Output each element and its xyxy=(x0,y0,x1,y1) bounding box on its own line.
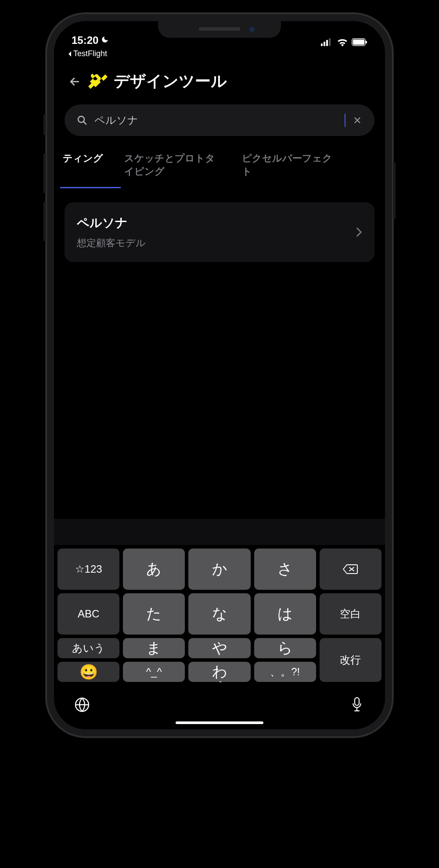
phone-frame: 15:20 xyxy=(46,13,393,737)
key-wa[interactable]: わ - xyxy=(188,662,250,682)
tabs: ティング スケッチとプロトタイピング ピクセルパーフェクト xyxy=(54,136,385,188)
result-title: ペルソナ xyxy=(77,215,146,231)
key-space[interactable]: 空白 xyxy=(320,593,381,635)
status-time: 15:20 xyxy=(72,34,98,47)
key-ma[interactable]: ま xyxy=(123,638,185,658)
battery-icon xyxy=(352,38,367,46)
key-kaomoji[interactable]: ^_^ xyxy=(123,662,185,682)
key-a[interactable]: あ xyxy=(123,549,185,590)
svg-rect-2 xyxy=(326,40,328,46)
svg-rect-3 xyxy=(329,38,331,46)
key-ya[interactable]: や xyxy=(188,638,250,658)
clear-button[interactable] xyxy=(353,115,362,125)
text-cursor xyxy=(345,114,345,127)
svg-rect-5 xyxy=(353,39,364,45)
key-ta[interactable]: た xyxy=(123,593,185,635)
header: デザインツール xyxy=(54,58,385,103)
tools-icon xyxy=(88,72,108,91)
keyboard: ☆123 あ か さ ABC た な は 空白 あいう 😀 xyxy=(54,545,385,729)
wifi-icon xyxy=(337,38,348,47)
mic-icon xyxy=(350,696,363,713)
keyboard-bottom-bar xyxy=(58,685,381,721)
result-subtitle: 想定顧客モデル xyxy=(77,237,146,250)
key-sa[interactable]: さ xyxy=(254,549,316,590)
page-title: デザインツール xyxy=(114,71,227,92)
dnd-moon-icon xyxy=(101,36,109,46)
phone-screen: 15:20 xyxy=(54,21,385,729)
mic-button[interactable] xyxy=(348,696,366,714)
key-return[interactable]: 改行 xyxy=(320,638,381,682)
search-icon xyxy=(77,115,87,126)
key-backspace[interactable] xyxy=(320,549,381,590)
content-spacer xyxy=(54,262,385,519)
home-indicator[interactable] xyxy=(176,721,263,724)
tab-sketch-prototype[interactable]: スケッチとプロトタイピング xyxy=(124,152,221,188)
svg-rect-0 xyxy=(321,43,323,46)
mute-switch xyxy=(43,114,46,135)
globe-button[interactable] xyxy=(73,696,91,714)
volume-down-button xyxy=(43,202,46,241)
key-ka[interactable]: か xyxy=(188,549,250,590)
key-numsym[interactable]: ☆123 xyxy=(58,549,119,590)
notch xyxy=(158,21,281,38)
close-icon xyxy=(353,115,362,125)
breadcrumb-caret-icon xyxy=(67,51,72,57)
result-card[interactable]: ペルソナ 想定顧客モデル xyxy=(65,202,374,262)
key-kana[interactable]: あいう xyxy=(58,638,119,658)
back-button[interactable] xyxy=(67,74,82,89)
backspace-icon xyxy=(342,563,358,575)
svg-rect-1 xyxy=(324,42,325,46)
chevron-right-icon xyxy=(356,227,362,237)
key-ha[interactable]: は xyxy=(254,593,316,635)
key-ra[interactable]: ら xyxy=(254,638,316,658)
search-bar[interactable] xyxy=(65,104,374,136)
cellular-signal-icon xyxy=(321,38,333,46)
power-button xyxy=(393,162,396,219)
tab-pixel-perfect[interactable]: ピクセルパーフェクト xyxy=(242,152,338,188)
svg-rect-9 xyxy=(355,698,359,706)
keyboard-suggestion-bar xyxy=(54,519,385,545)
breadcrumb-label: TestFlight xyxy=(73,49,107,58)
key-emoji[interactable]: 😀 xyxy=(58,662,119,682)
breadcrumb[interactable]: TestFlight xyxy=(54,47,385,58)
key-punct[interactable]: 、。?! xyxy=(254,662,316,682)
key-na[interactable]: な xyxy=(188,593,250,635)
arrow-left-icon xyxy=(68,75,81,88)
globe-icon xyxy=(74,697,90,713)
tab-active[interactable]: ティング xyxy=(63,152,103,188)
volume-up-button xyxy=(43,154,46,193)
svg-rect-6 xyxy=(366,41,367,43)
key-abc[interactable]: ABC xyxy=(58,593,119,635)
search-input[interactable] xyxy=(94,114,344,126)
